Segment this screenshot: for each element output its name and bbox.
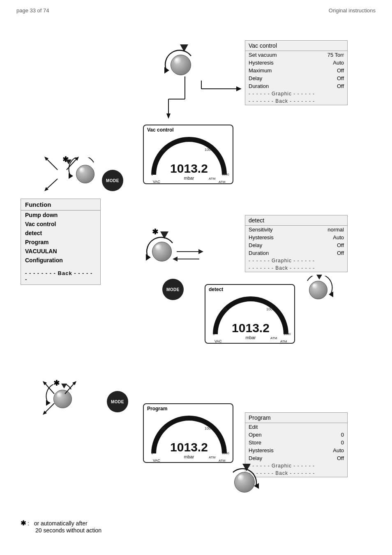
svg-text:100: 100 xyxy=(266,307,272,311)
svg-line-38 xyxy=(45,384,54,394)
svg-text:1000: 1000 xyxy=(222,451,229,455)
svg-text:1013.2: 1013.2 xyxy=(170,440,208,454)
gauge2-svg: 10 100 1 1000 1013.2 mbar VAC ATM ATM xyxy=(205,285,296,345)
page-info: page 33 of 74 xyxy=(16,7,49,14)
gauge1-svg: 10 100 1 1000 1013.2 mbar VAC ATM ATM xyxy=(144,125,234,185)
gauge-detect: detect 10 100 1 1000 1013.2 mbar VAC ATM… xyxy=(205,284,295,344)
connecting-arrow-2 xyxy=(197,74,251,99)
main-content: Vac control Set vacuum 75 Torr Hysteresi… xyxy=(0,14,392,552)
svg-line-33 xyxy=(47,179,58,188)
svg-text:ATM: ATM xyxy=(219,180,226,184)
table-row: Hysteresis Auto xyxy=(245,234,347,241)
svg-text:mbar: mbar xyxy=(245,335,256,340)
gauge-vac-control: Vac control 10 100 1 1000 1013.2 mbar VA… xyxy=(143,125,233,184)
gauge3-label: Program xyxy=(147,406,167,412)
vac-control-menu: Vac control Set vacuum 75 Torr Hysteresi… xyxy=(245,40,348,105)
svg-line-31 xyxy=(67,160,76,170)
program-title: Program xyxy=(245,413,347,423)
knob5-arrows xyxy=(41,379,78,416)
table-row: Duration Off xyxy=(245,82,347,90)
table-row: Sensitivity normal xyxy=(245,226,347,234)
doc-type: Original instructions xyxy=(329,7,376,14)
svg-line-40 xyxy=(65,384,74,394)
function-item: Pump down xyxy=(21,210,100,220)
svg-marker-35 xyxy=(146,254,151,261)
svg-marker-51 xyxy=(236,86,242,91)
svg-line-42 xyxy=(45,403,54,412)
footnote: ✱ : or automatically after 20 seconds wi… xyxy=(21,519,101,534)
svg-marker-48 xyxy=(166,113,171,119)
svg-text:ATM: ATM xyxy=(219,459,226,462)
footnote-colon: : xyxy=(28,520,29,527)
svg-text:ATM: ATM xyxy=(270,336,277,340)
graphic-separator: - - - - - - Graphic - - - - - - xyxy=(245,90,347,97)
detect-graphic-separator: - - - - - - Graphic - - - - - - xyxy=(245,257,347,264)
svg-line-29 xyxy=(47,160,58,170)
svg-text:1013.2: 1013.2 xyxy=(170,162,208,175)
function-back: - - - - - - - - Back - - - - - - xyxy=(21,268,100,284)
function-title: Function xyxy=(21,199,100,210)
svg-text:10: 10 xyxy=(223,307,227,311)
h-arrow-right-1 xyxy=(177,251,199,252)
star-2: ✱ xyxy=(152,227,158,236)
gauge2-label: detect xyxy=(209,287,223,292)
gauge-program: Program 10 100 1 1000 1013.2 mbar VAC AT… xyxy=(143,403,233,463)
table-row: Edit xyxy=(245,423,347,431)
table-row: Delay Off xyxy=(245,241,347,249)
mode-button-2[interactable]: MODE xyxy=(162,279,184,300)
mode-button-3[interactable]: MODE xyxy=(107,391,128,412)
function-item: detect xyxy=(21,229,100,238)
knob3-rotation-arrow xyxy=(142,237,183,268)
svg-text:ATM: ATM xyxy=(280,340,287,343)
back-separator: - - - - - - - Back - - - - - - - xyxy=(245,97,347,105)
svg-text:10: 10 xyxy=(161,426,165,430)
table-row: Duration Off xyxy=(245,249,347,257)
vac-control-title: Vac control xyxy=(245,41,347,51)
svg-text:mbar: mbar xyxy=(184,454,194,459)
svg-marker-27 xyxy=(164,67,169,74)
svg-text:ATM: ATM xyxy=(209,456,216,459)
table-row: Store 0 xyxy=(245,439,347,446)
knob6-rotation-arrow xyxy=(224,467,265,500)
function-item: VACUULAN xyxy=(21,247,100,256)
table-row: Delay Off xyxy=(245,74,347,82)
svg-text:10: 10 xyxy=(161,148,165,152)
table-row: Maximum Off xyxy=(245,67,347,74)
svg-text:VAC: VAC xyxy=(153,458,160,462)
function-item: Configuration xyxy=(21,256,100,265)
gauge1-label: Vac control xyxy=(147,127,174,133)
footnote-text2: 20 seconds without action xyxy=(35,527,101,534)
detect-title: detect xyxy=(245,215,347,226)
table-row: Set vacuum 75 Torr xyxy=(245,51,347,59)
svg-text:100: 100 xyxy=(205,148,211,152)
detect-back-separator: - - - - - - - Back - - - - - - - xyxy=(245,264,347,272)
svg-text:1000: 1000 xyxy=(222,173,229,176)
knob4-rotation-arrow xyxy=(299,276,336,305)
svg-text:1000: 1000 xyxy=(284,332,291,336)
function-menu: Function Pump down Vac control detect Pr… xyxy=(21,199,101,285)
knob2-arrows xyxy=(41,153,82,194)
svg-text:VAC: VAC xyxy=(214,339,222,343)
table-row: Hysteresis Auto xyxy=(245,446,347,454)
connecting-arrow-1 xyxy=(160,74,193,128)
svg-text:1: 1 xyxy=(213,332,215,336)
footnote-star: ✱ xyxy=(21,520,26,527)
footnote-text1: or automatically after xyxy=(34,520,88,527)
table-row: Open 0 xyxy=(245,431,347,439)
detect-menu: detect Sensitivity normal Hysteresis Aut… xyxy=(245,215,348,272)
table-row: Hysteresis Auto xyxy=(245,59,347,67)
svg-text:1: 1 xyxy=(151,173,153,176)
svg-text:ATM: ATM xyxy=(209,177,216,180)
table-row: Delay Off xyxy=(245,454,347,462)
svg-text:1: 1 xyxy=(151,451,153,455)
function-item: Vac control xyxy=(21,220,100,229)
gauge3-svg: 10 100 1 1000 1013.2 mbar VAC ATM ATM xyxy=(144,404,234,464)
function-item: Program xyxy=(21,238,100,247)
svg-text:mbar: mbar xyxy=(184,176,194,180)
h-arrow-left-1 xyxy=(177,259,199,259)
svg-text:VAC: VAC xyxy=(153,180,160,184)
svg-text:1013.2: 1013.2 xyxy=(232,321,270,335)
mode-button-1[interactable]: MODE xyxy=(102,170,123,191)
svg-text:100: 100 xyxy=(205,426,211,430)
